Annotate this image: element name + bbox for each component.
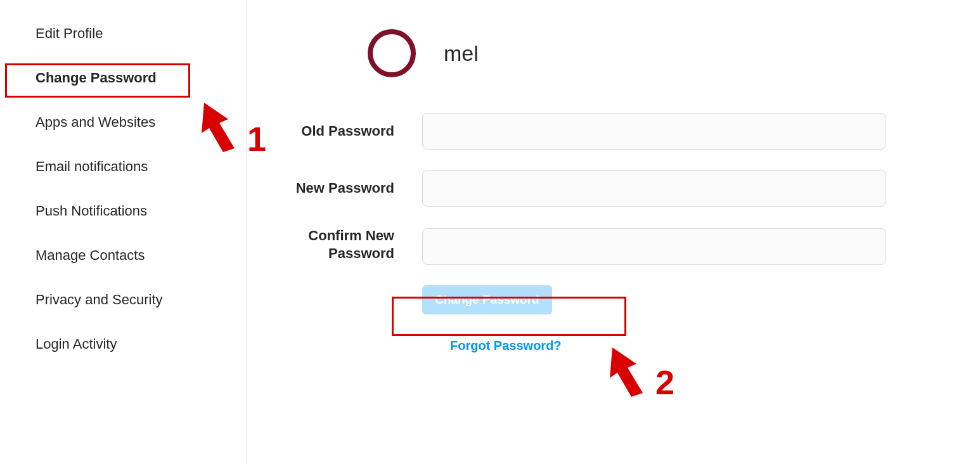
confirm-password-row: Confirm New Password	[285, 227, 929, 265]
change-password-button[interactable]: Change Password	[422, 285, 552, 314]
settings-sidebar: Edit Profile Change Password Apps and We…	[0, 0, 247, 464]
sidebar-item-manage-contacts[interactable]: Manage Contacts	[0, 233, 247, 278]
old-password-input[interactable]	[422, 113, 886, 150]
forgot-password-link[interactable]: Forgot Password?	[450, 338, 929, 353]
old-password-row: Old Password	[285, 113, 929, 150]
confirm-password-label: Confirm New Password	[285, 227, 422, 262]
main-content: mel Old Password New Password Confirm Ne…	[247, 0, 980, 464]
new-password-row: New Password	[285, 170, 929, 207]
sidebar-item-change-password[interactable]: Change Password	[0, 56, 247, 100]
sidebar-item-email-notifications[interactable]: Email notifications	[0, 145, 247, 189]
sidebar-item-privacy-and-security[interactable]: Privacy and Security	[0, 278, 247, 322]
old-password-label: Old Password	[285, 122, 422, 140]
sidebar-item-push-notifications[interactable]: Push Notifications	[0, 189, 247, 233]
confirm-password-input[interactable]	[422, 228, 886, 265]
profile-header: mel	[368, 29, 929, 77]
sidebar-item-apps-and-websites[interactable]: Apps and Websites	[0, 100, 247, 145]
sidebar-item-edit-profile[interactable]: Edit Profile	[0, 11, 247, 56]
sidebar-item-login-activity[interactable]: Login Activity	[0, 322, 247, 366]
username: mel	[444, 41, 488, 66]
new-password-input[interactable]	[422, 170, 886, 207]
form-actions: Change Password Forgot Password?	[422, 285, 929, 353]
avatar	[368, 29, 416, 77]
new-password-label: New Password	[285, 179, 422, 197]
